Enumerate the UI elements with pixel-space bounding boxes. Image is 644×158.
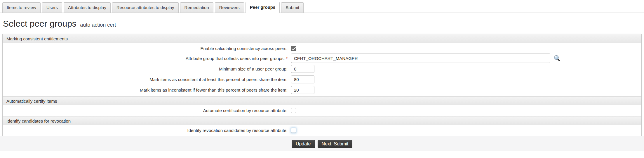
tab-reviewers[interactable]: Reviewers bbox=[215, 2, 244, 13]
section-header-revocation: Identify candidates for revocation bbox=[3, 116, 641, 125]
enable-consistency-label: Enable calculating consistency across pe… bbox=[3, 46, 288, 51]
tab-users[interactable]: Users bbox=[42, 2, 62, 13]
page-header: Select peer groups auto action cert bbox=[0, 13, 644, 34]
footer-button-bar: Update Next: Submit bbox=[0, 136, 644, 151]
tab-attributes-to-display[interactable]: Attributes to display bbox=[64, 2, 111, 13]
tab-resource-attributes-to-display[interactable]: Resource attributes to display bbox=[112, 2, 179, 13]
tab-items-to-review[interactable]: Items to review bbox=[2, 2, 41, 13]
inconsistent-percent-label: Mark items as inconsistent if fewer than… bbox=[3, 87, 288, 92]
required-marker: * bbox=[286, 56, 288, 61]
inconsistent-percent-input[interactable] bbox=[291, 86, 314, 94]
identify-by-resource-attribute-label: Identify revocation candidates by resour… bbox=[3, 128, 288, 133]
attribute-group-input[interactable] bbox=[291, 54, 550, 63]
attribute-group-lookup-button[interactable] bbox=[554, 55, 561, 62]
row-automate-by-resource-attribute: Automate certification by resource attri… bbox=[3, 106, 641, 115]
min-peer-group-size-label: Minimum size of a user peer group: bbox=[3, 66, 288, 71]
row-attribute-group: Attribute group that collects users into… bbox=[3, 53, 641, 63]
identify-by-resource-attribute-checkbox[interactable] bbox=[291, 128, 296, 133]
automate-by-resource-attribute-label: Automate certification by resource attri… bbox=[3, 108, 288, 113]
section-marking-consistent-entitlements: Marking consistent entitlements Enable c… bbox=[3, 34, 641, 96]
section-identify-candidates-for-revocation: Identify candidates for revocation Ident… bbox=[3, 116, 641, 136]
tab-submit[interactable]: Submit bbox=[281, 2, 304, 13]
row-min-peer-group-size: Minimum size of a user peer group: bbox=[3, 63, 641, 74]
min-peer-group-size-input[interactable] bbox=[291, 65, 314, 73]
next-submit-button[interactable]: Next: Submit bbox=[318, 140, 353, 148]
section-header-marking: Marking consistent entitlements bbox=[3, 34, 641, 43]
automate-by-resource-attribute-checkbox[interactable] bbox=[291, 108, 296, 113]
enable-consistency-checkbox[interactable] bbox=[291, 46, 296, 51]
row-identify-by-resource-attribute: Identify revocation candidates by resour… bbox=[3, 126, 641, 135]
consistent-percent-label: Mark items as consistent if at least thi… bbox=[3, 77, 288, 82]
wizard-tab-bar: Items to review Users Attributes to disp… bbox=[0, 0, 644, 13]
section-automatically-certify-items: Automatically certify items Automate cer… bbox=[3, 96, 641, 116]
page-title: Select peer groups bbox=[3, 19, 76, 28]
section-header-auto-certify: Automatically certify items bbox=[3, 96, 641, 105]
peer-groups-form: Marking consistent entitlements Enable c… bbox=[2, 34, 642, 136]
row-enable-consistency: Enable calculating consistency across pe… bbox=[3, 44, 641, 53]
consistent-percent-input[interactable] bbox=[291, 75, 314, 83]
tab-remediation[interactable]: Remediation bbox=[180, 2, 213, 13]
row-inconsistent-percent: Mark items as inconsistent if fewer than… bbox=[3, 85, 641, 95]
row-consistent-percent: Mark items as consistent if at least thi… bbox=[3, 74, 641, 85]
page-subtitle: auto action cert bbox=[80, 22, 116, 28]
attribute-group-label: Attribute group that collects users into… bbox=[3, 56, 288, 61]
magnifier-icon bbox=[554, 55, 561, 62]
update-button[interactable]: Update bbox=[292, 140, 315, 148]
tab-peer-groups[interactable]: Peer groups bbox=[246, 2, 280, 13]
